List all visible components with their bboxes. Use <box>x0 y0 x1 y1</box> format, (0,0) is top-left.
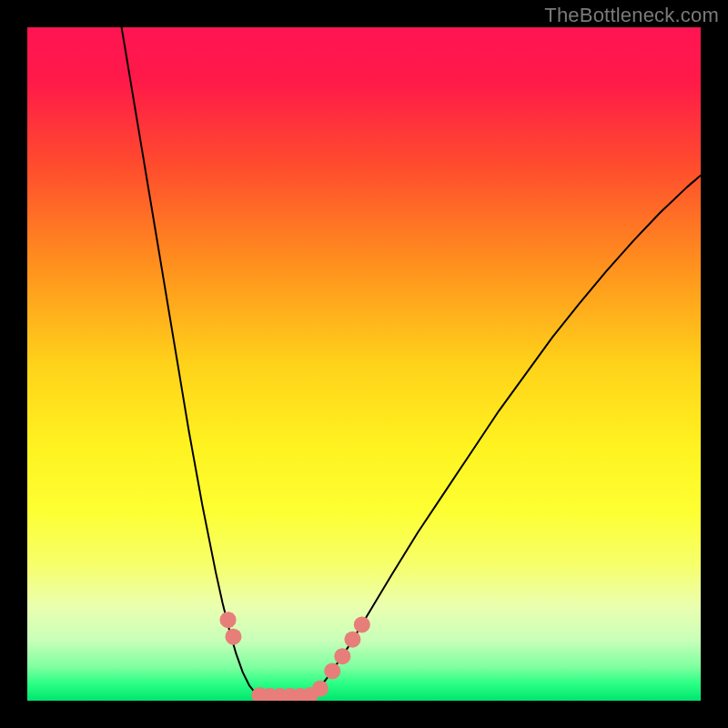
highlight-dot <box>354 616 370 632</box>
chart-svg <box>27 27 701 701</box>
highlight-dot <box>312 681 329 697</box>
highlight-dot <box>225 629 241 645</box>
highlight-dot <box>334 648 350 664</box>
highlight-dot <box>344 632 360 648</box>
highlight-dot <box>220 612 237 628</box>
highlight-dot <box>324 662 340 679</box>
plot-area <box>27 27 701 701</box>
gradient-background <box>27 27 701 701</box>
outer-frame: TheBottleneck.com <box>0 0 728 728</box>
watermark-label: TheBottleneck.com <box>544 4 719 27</box>
